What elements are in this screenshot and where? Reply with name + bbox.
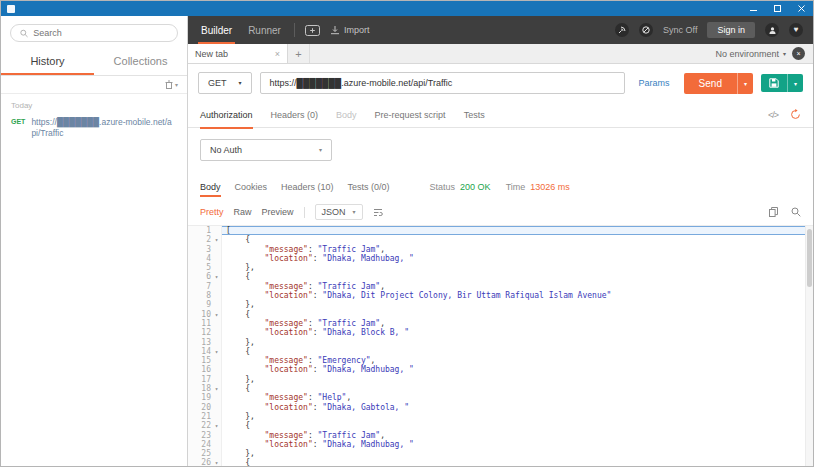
environment-quick-look-button[interactable]: ×: [792, 47, 805, 60]
reset-button[interactable]: [790, 109, 801, 120]
code-line: 15 "message": "Emergency",: [188, 356, 813, 365]
view-raw-button[interactable]: Raw: [234, 207, 252, 217]
fold-toggle-icon[interactable]: ▾: [212, 347, 221, 356]
tab-close-icon[interactable]: ×: [275, 49, 280, 59]
tab-tests[interactable]: Tests: [464, 102, 485, 128]
sync-status-label: Sync Off: [663, 25, 697, 35]
app-body: History Collections ▾ Today GET https://…: [1, 16, 813, 466]
chevron-down-icon: ▾: [239, 80, 242, 86]
auth-type-select[interactable]: No Auth ▾: [200, 139, 332, 161]
line-gutter: 10▾: [188, 310, 222, 319]
fold-toggle-icon[interactable]: ▾: [212, 384, 221, 393]
format-select[interactable]: JSON ▾: [315, 204, 363, 220]
params-button[interactable]: Params: [633, 78, 676, 88]
favorites-button[interactable]: ♥: [789, 23, 803, 37]
sync-status-button[interactable]: [615, 23, 629, 37]
line-gutter: 21: [188, 412, 222, 421]
maximize-button[interactable]: [765, 1, 789, 16]
fold-toggle-icon[interactable]: ▾: [212, 310, 221, 319]
search-icon: [791, 207, 801, 217]
account-button[interactable]: [765, 23, 779, 37]
fold-toggle-icon[interactable]: ▾: [212, 272, 221, 281]
new-window-icon: [305, 25, 320, 36]
import-button[interactable]: Import: [330, 25, 370, 35]
wrap-text-button[interactable]: [373, 208, 383, 217]
view-pretty-button[interactable]: Pretty: [200, 207, 224, 217]
sync-off-button[interactable]: [639, 23, 653, 37]
line-gutter: 3: [188, 245, 222, 254]
history-item[interactable]: GET https://███████.azure-mobile.net/api…: [1, 114, 187, 142]
clear-history-button[interactable]: ▾: [165, 80, 178, 89]
tab-builder[interactable]: Builder: [198, 16, 235, 44]
search-box[interactable]: [10, 24, 178, 42]
code-line: 26▾ {: [188, 458, 813, 466]
url-input[interactable]: https://███████.azure-mobile.net/api/Tra…: [260, 72, 625, 94]
minimize-button[interactable]: [741, 1, 765, 16]
tab-response-body[interactable]: Body: [200, 174, 221, 200]
new-window-button[interactable]: [305, 25, 320, 36]
send-options-button[interactable]: ▾: [737, 73, 753, 94]
history-method-label: GET: [11, 117, 25, 139]
copy-response-button[interactable]: [769, 207, 778, 217]
user-icon: [768, 26, 777, 35]
line-gutter: 15: [188, 356, 222, 365]
time-value: 13026 ms: [530, 182, 570, 192]
code-line: 5 },: [188, 263, 813, 272]
environment-quick-look-icon: ×: [796, 50, 800, 57]
history-url-label: https://███████.azure-mobile.net/api/Tra…: [31, 117, 175, 139]
tab-history[interactable]: History: [1, 49, 94, 75]
line-gutter: 19: [188, 393, 222, 402]
tab-response-tests[interactable]: Tests (0/0): [348, 174, 390, 200]
sign-in-button[interactable]: Sign in: [707, 22, 755, 38]
line-gutter: 12: [188, 328, 222, 337]
tab-authorization[interactable]: Authorization: [200, 102, 253, 128]
chevron-down-icon: ▾: [319, 147, 322, 153]
tab-runner[interactable]: Runner: [245, 16, 284, 44]
send-button[interactable]: Send ▾: [684, 73, 753, 94]
sidebar-toolbar: ▾: [1, 76, 187, 94]
fold-toggle-icon[interactable]: ▾: [212, 421, 221, 430]
auth-type-label: No Auth: [210, 145, 242, 155]
code-line: 16 "location": "Dhaka, Madhubag, ": [188, 365, 813, 374]
response-editor[interactable]: 1[2▾ {3 "message": "Traffic Jam",4 "loca…: [188, 225, 813, 466]
main-header: Builder Runner Import Sync Off S: [188, 16, 813, 44]
add-tab-button[interactable]: +: [288, 44, 310, 63]
trash-icon: [165, 80, 173, 89]
chevron-down-icon: ▾: [175, 82, 178, 88]
tab-response-cookies[interactable]: Cookies: [235, 174, 268, 200]
search-input[interactable]: [33, 28, 168, 38]
line-gutter: 6▾: [188, 272, 222, 281]
tab-response-headers[interactable]: Headers (10): [281, 174, 334, 200]
tab-new-tab[interactable]: New tab ×: [188, 44, 288, 63]
maximize-icon: [774, 5, 781, 12]
line-gutter: 13: [188, 338, 222, 347]
search-response-button[interactable]: [791, 207, 801, 217]
tab-collections[interactable]: Collections: [94, 49, 187, 75]
close-button[interactable]: [789, 1, 813, 16]
editor-scrollbar-thumb[interactable]: [807, 229, 812, 287]
code-line: 13 },: [188, 338, 813, 347]
code-line: 2▾ {: [188, 235, 813, 244]
generate-code-button[interactable]: </>: [768, 110, 778, 120]
method-select[interactable]: GET ▾: [198, 72, 252, 94]
tab-request-headers[interactable]: Headers (0): [271, 102, 319, 128]
view-preview-button[interactable]: Preview: [262, 207, 294, 217]
code-line: 14▾ {: [188, 347, 813, 356]
save-options-button[interactable]: ▾: [787, 74, 803, 92]
save-button[interactable]: ▾: [761, 74, 803, 92]
minimize-icon: [750, 5, 757, 12]
document-tab-bar: New tab × + No environment ▾ ×: [188, 44, 813, 64]
tab-request-body[interactable]: Body: [336, 102, 357, 128]
tab-new-tab-label: New tab: [195, 49, 228, 59]
line-gutter: 5: [188, 263, 222, 272]
reset-icon: [790, 109, 801, 120]
satellite-icon: [618, 26, 626, 34]
tab-pre-request-script[interactable]: Pre-request script: [375, 102, 446, 128]
close-icon: [798, 5, 805, 12]
editor-scrollbar[interactable]: [805, 226, 813, 466]
fold-toggle-icon[interactable]: ▾: [212, 235, 221, 244]
line-gutter: 17: [188, 375, 222, 384]
code-line: 11 "message": "Traffic Jam",: [188, 319, 813, 328]
fold-toggle-icon[interactable]: ▾: [212, 458, 221, 466]
environment-selector[interactable]: No environment ▾: [715, 49, 786, 59]
